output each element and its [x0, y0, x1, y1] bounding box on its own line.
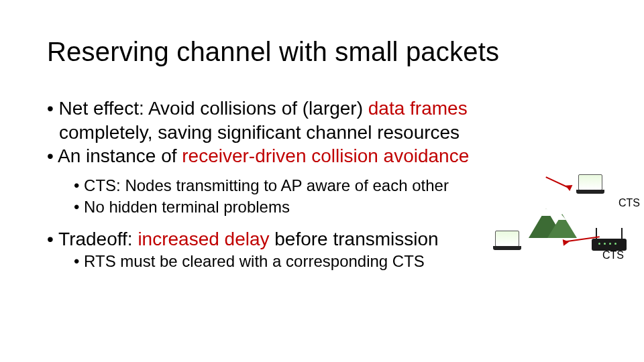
mountain-snow-icon — [539, 208, 553, 216]
slide-title: Reserving channel with small packets — [47, 37, 604, 67]
laptop-icon — [495, 231, 519, 247]
slide: Reserving channel with small packets Net… — [0, 0, 644, 362]
text: before transmission — [274, 229, 438, 249]
cts-diagram: CTS CTS — [490, 174, 637, 275]
mountain-snow-icon — [555, 214, 566, 220]
laptop-icon — [578, 174, 602, 190]
cts-label: CTS — [602, 249, 624, 261]
bullet-instance: An instance of receiver-driven collision… — [47, 145, 604, 168]
bullet-net-effect: Net effect: Avoid collisions of (larger)… — [47, 97, 604, 120]
text: Tradeoff: — [58, 229, 138, 249]
bullet-net-effect-cont: completely, saving significant channel r… — [59, 121, 604, 144]
cts-label: CTS — [619, 197, 640, 209]
cts-arrow-icon — [545, 176, 570, 189]
highlight-data-frames: data frames — [368, 98, 468, 119]
highlight-increased-delay: increased delay — [138, 229, 274, 249]
text: An instance of — [58, 145, 182, 166]
highlight-receiver-driven: receiver-driven collision avoidance — [182, 145, 469, 166]
text: Net effect: Avoid collisions of (larger) — [59, 98, 368, 119]
